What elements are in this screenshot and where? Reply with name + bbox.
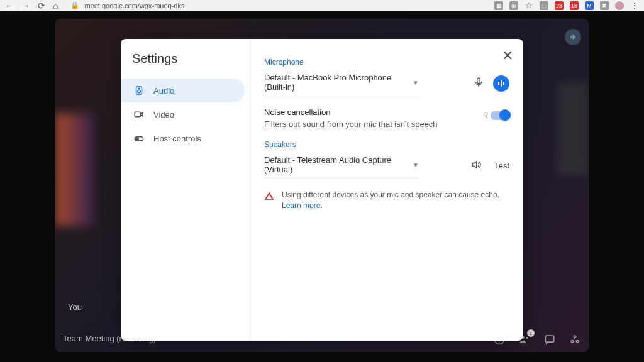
microphone-section-label: Microphone (264, 58, 509, 67)
svg-point-14 (138, 88, 140, 89)
self-video-label: You (68, 302, 82, 312)
sidebar-item-label: Host controls (153, 134, 201, 143)
mic-level-indicator (493, 75, 509, 92)
url-bar[interactable]: 🔒 meet.google.com/wgx-muoq-dks (70, 1, 184, 9)
chevron-down-icon: ▼ (413, 162, 419, 168)
settings-title: Settings (126, 52, 245, 79)
svg-rect-0 (571, 36, 572, 38)
svg-rect-18 (477, 78, 480, 83)
noise-cancellation-toggle[interactable] (491, 111, 509, 120)
speaker-icon (133, 85, 145, 96)
svg-point-13 (138, 90, 141, 93)
svg-rect-8 (545, 336, 553, 342)
svg-point-17 (136, 138, 139, 141)
speakers-selected-value: Default - Telestream Audio Capture (Virt… (264, 155, 413, 174)
extension-icon[interactable]: M (585, 1, 594, 10)
settings-sidebar: Settings Audio Video Host controls (121, 39, 250, 341)
warning-icon (264, 191, 274, 211)
svg-point-7 (526, 337, 528, 339)
chat-icon[interactable] (543, 333, 556, 346)
audio-indicator-icon (565, 29, 581, 45)
sidebar-item-host-controls[interactable]: Host controls (121, 126, 245, 150)
reload-button[interactable]: ⟳ (38, 1, 45, 11)
svg-rect-15 (135, 112, 140, 117)
activities-icon[interactable] (569, 333, 581, 346)
learn-more-link[interactable]: Learn more (282, 201, 320, 210)
url-text: meet.google.com/wgx-muoq-dks (84, 2, 184, 9)
sidebar-item-label: Video (153, 110, 174, 119)
extension-icon[interactable]: ✖ (600, 1, 609, 10)
forward-button[interactable]: → (21, 1, 30, 11)
app-area: You Team Meeting (recording) 1 Settings … (0, 11, 644, 362)
svg-rect-19 (269, 195, 269, 197)
noise-cancellation-label: Noise cancellation (264, 107, 484, 117)
home-button[interactable]: ⌂ (53, 1, 58, 11)
extension-icon[interactable]: ⊞ (509, 1, 518, 10)
echo-warning: Using different devices as your mic and … (264, 190, 509, 211)
noise-cancellation-desc: Filters out sound from your mic that isn… (264, 119, 484, 129)
settings-modal: Settings Audio Video Host controls (121, 39, 523, 341)
browser-chrome: ← → ⟳ ⌂ 🔒 meet.google.com/wgx-muoq-dks ▦… (0, 0, 644, 11)
toggle-icon (133, 133, 145, 144)
extension-icon[interactable]: 18 (570, 1, 579, 10)
svg-rect-2 (574, 36, 575, 38)
svg-point-9 (574, 336, 575, 337)
test-speakers-button[interactable]: Test (494, 161, 509, 170)
warning-text: Using different devices as your mic and … (282, 190, 499, 199)
bookmark-icon[interactable]: ☆ (525, 1, 533, 10)
extension-icon[interactable]: ▦ (494, 1, 503, 10)
sidebar-item-label: Audio (153, 86, 174, 96)
video-icon (133, 109, 145, 120)
speaker-icon (470, 159, 482, 173)
participants-count: 1 (527, 329, 535, 337)
microphone-selected-value: Default - MacBook Pro Microphone (Built-… (264, 73, 413, 92)
profile-avatar[interactable] (615, 1, 624, 10)
lock-icon: 🔒 (70, 1, 79, 9)
menu-button[interactable]: ⋮ (630, 1, 639, 10)
close-button[interactable]: ✕ (502, 48, 513, 64)
svg-rect-1 (572, 35, 574, 40)
svg-rect-20 (269, 198, 269, 199)
cursor-icon: ☟ (484, 111, 488, 120)
extension-icon[interactable]: ⬚ (540, 1, 548, 10)
speakers-section-label: Speakers (264, 140, 509, 149)
back-button[interactable]: ← (5, 1, 14, 11)
microphone-icon (473, 77, 484, 90)
settings-content: ✕ Microphone Default - MacBook Pro Micro… (250, 39, 523, 341)
microphone-dropdown[interactable]: Default - MacBook Pro Microphone (Built-… (264, 70, 419, 96)
chevron-down-icon: ▼ (413, 79, 419, 86)
speakers-dropdown[interactable]: Default - Telestream Audio Capture (Virt… (264, 153, 419, 178)
sidebar-item-audio[interactable]: Audio (121, 79, 245, 102)
sidebar-item-video[interactable]: Video (121, 102, 245, 126)
extension-icon[interactable]: 23 (555, 1, 564, 10)
